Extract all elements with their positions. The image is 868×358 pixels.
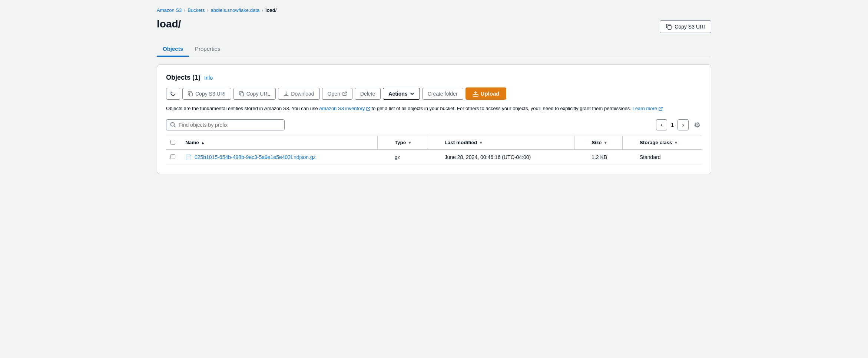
create-folder-button[interactable]: Create folder <box>422 88 463 100</box>
breadcrumb-amazon-s3[interactable]: Amazon S3 <box>157 7 182 13</box>
file-icon: 📄 <box>185 154 192 160</box>
breadcrumb-sep-1: › <box>184 8 185 13</box>
learn-more-link[interactable]: Learn more <box>633 106 663 111</box>
panel-header: Objects (1) Info <box>166 74 702 82</box>
breadcrumb: Amazon S3 › Buckets › abdiels.snowflake.… <box>157 7 711 13</box>
row-size-cell: 1.2 KB <box>587 149 622 165</box>
row-type-cell: gz <box>390 149 427 165</box>
row-storage-divider <box>622 149 635 165</box>
external-link-icon-2 <box>366 107 370 111</box>
copy-url-icon <box>239 91 244 96</box>
toolbar: Copy S3 URI Copy URL Download Open <box>166 87 702 100</box>
objects-panel: Objects (1) Info Copy S3 URI <box>157 64 711 174</box>
search-icon <box>170 122 176 127</box>
breadcrumb-sep-3: › <box>262 8 263 13</box>
copy-url-button[interactable]: Copy URL <box>233 88 276 100</box>
upload-icon <box>473 91 478 97</box>
row-name-cell: 📄 025b1015-654b-498b-9ec3-5a9e1e5e403f.n… <box>181 149 377 165</box>
chevron-down-icon <box>410 92 414 96</box>
column-storage-class[interactable]: Storage class ▼ <box>635 136 702 149</box>
refresh-button[interactable] <box>166 88 180 100</box>
tabs: Objects Properties <box>157 42 711 57</box>
row-type-divider <box>377 149 390 165</box>
copy-s3-icon <box>188 91 193 96</box>
svg-rect-2 <box>241 93 243 96</box>
col-divider-4 <box>622 136 635 149</box>
breadcrumb-current: load/ <box>265 7 276 13</box>
column-type[interactable]: Type ▼ <box>390 136 427 149</box>
column-last-modified[interactable]: Last modified ▼ <box>440 136 574 149</box>
panel-title: Objects (1) <box>166 74 201 82</box>
table-row: 📄 025b1015-654b-498b-9ec3-5a9e1e5e403f.n… <box>166 149 702 165</box>
copy-url-label: Copy URL <box>246 91 271 97</box>
upload-label: Upload <box>481 90 500 97</box>
column-name[interactable]: Name ▲ <box>181 136 377 149</box>
copy-icon <box>666 24 672 30</box>
info-link[interactable]: Info <box>204 75 213 81</box>
row-storage-cell: Standard <box>635 149 702 165</box>
pagination-controls: ‹ 1 › ⚙ <box>656 119 702 130</box>
row-modified-divider <box>427 149 440 165</box>
actions-label: Actions <box>388 91 407 97</box>
delete-label: Delete <box>360 91 375 97</box>
copy-s3-uri-label: Copy S3 URI <box>195 91 226 97</box>
svg-rect-1 <box>189 93 192 96</box>
open-label: Open <box>328 91 340 97</box>
svg-rect-3 <box>473 95 478 96</box>
inventory-link[interactable]: Amazon S3 inventory <box>319 106 370 111</box>
description-text: Objects are the fundamental entities sto… <box>166 105 702 113</box>
external-link-icon <box>342 92 347 96</box>
tab-objects[interactable]: Objects <box>157 42 189 57</box>
refresh-icon <box>170 91 176 97</box>
col-divider-3 <box>574 136 587 149</box>
search-input[interactable] <box>179 122 281 128</box>
page-header: load/ Copy S3 URI <box>157 18 711 33</box>
page-title: load/ <box>157 18 181 30</box>
download-label: Download <box>291 91 314 97</box>
header-copy-s3-uri-label: Copy S3 URI <box>675 24 705 30</box>
download-button[interactable]: Download <box>278 88 319 100</box>
create-folder-label: Create folder <box>428 91 458 97</box>
tab-properties[interactable]: Properties <box>189 42 226 57</box>
search-row: ‹ 1 › ⚙ <box>166 119 702 130</box>
row-modified-cell: June 28, 2024, 00:46:16 (UTC-04:00) <box>440 149 574 165</box>
upload-button[interactable]: Upload <box>466 87 507 100</box>
actions-button[interactable]: Actions <box>383 88 420 100</box>
open-button[interactable]: Open <box>322 88 352 100</box>
column-size[interactable]: Size ▼ <box>587 136 622 149</box>
select-all-checkbox[interactable] <box>170 140 175 145</box>
row-name-link[interactable]: 025b1015-654b-498b-9ec3-5a9e1e5e403f.ndj… <box>195 154 316 160</box>
download-icon <box>284 91 289 96</box>
select-all-header <box>166 136 181 149</box>
copy-s3-uri-button[interactable]: Copy S3 URI <box>182 88 231 100</box>
search-input-wrap <box>166 119 285 130</box>
row-size-divider <box>574 149 587 165</box>
header-copy-s3-uri-button[interactable]: Copy S3 URI <box>660 20 711 33</box>
breadcrumb-bucket-name[interactable]: abdiels.snowflake.data <box>211 7 259 13</box>
external-link-icon-3 <box>659 107 663 111</box>
table-settings-button[interactable]: ⚙ <box>692 120 702 130</box>
row-checkbox-cell <box>166 149 181 165</box>
row-checkbox[interactable] <box>170 154 175 159</box>
pagination-prev-button[interactable]: ‹ <box>656 119 667 130</box>
breadcrumb-buckets[interactable]: Buckets <box>188 7 205 13</box>
objects-table: Name ▲ Type ▼ Last modifie <box>166 136 702 165</box>
col-divider-2 <box>427 136 440 149</box>
pagination-current: 1 <box>671 122 674 128</box>
delete-button[interactable]: Delete <box>355 88 381 100</box>
pagination-next-button[interactable]: › <box>677 119 689 130</box>
svg-rect-0 <box>668 26 671 29</box>
col-divider-1 <box>377 136 390 149</box>
breadcrumb-sep-2: › <box>207 8 208 13</box>
